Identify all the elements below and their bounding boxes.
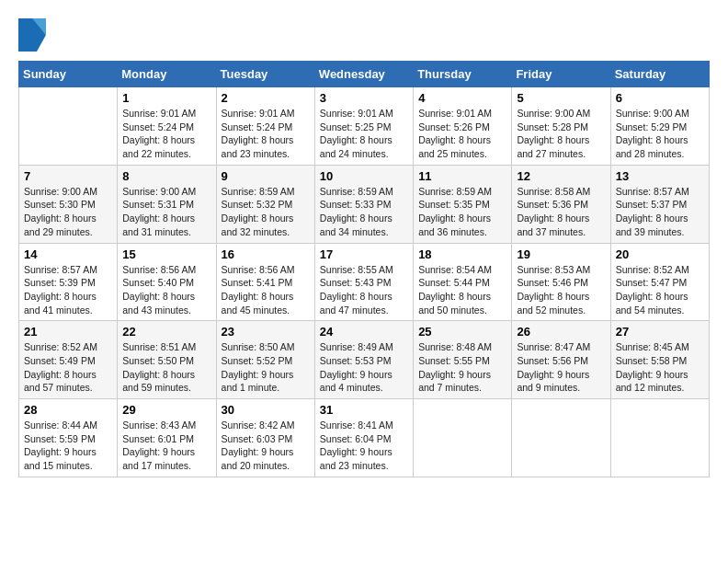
calendar-cell: 29Sunrise: 8:43 AMSunset: 6:01 PMDayligh… (118, 399, 216, 477)
calendar-cell: 21Sunrise: 8:52 AMSunset: 5:49 PMDayligh… (19, 321, 118, 399)
calendar-cell: 24Sunrise: 8:49 AMSunset: 5:53 PMDayligh… (314, 321, 413, 399)
day-number: 20 (616, 247, 704, 261)
day-number: 28 (24, 403, 112, 417)
header-cell-monday: Monday (118, 62, 216, 87)
calendar-cell (610, 399, 709, 477)
day-info: Sunrise: 8:45 AMSunset: 5:58 PMDaylight:… (616, 340, 704, 395)
calendar-cell (512, 399, 610, 477)
day-number: 15 (122, 247, 210, 261)
day-info: Sunrise: 8:56 AMSunset: 5:40 PMDaylight:… (122, 263, 210, 317)
calendar-cell: 19Sunrise: 8:53 AMSunset: 5:46 PMDayligh… (512, 243, 610, 321)
day-info: Sunrise: 9:00 AMSunset: 5:30 PMDaylight:… (24, 185, 112, 239)
day-info: Sunrise: 8:42 AMSunset: 6:03 PMDaylight:… (222, 419, 310, 473)
header-cell-sunday: Sunday (19, 62, 118, 87)
day-info: Sunrise: 9:00 AMSunset: 5:31 PMDaylight:… (122, 185, 210, 239)
calendar-cell: 4Sunrise: 9:01 AMSunset: 5:26 PMDaylight… (414, 87, 512, 166)
calendar-cell (414, 399, 512, 477)
day-number: 21 (24, 325, 112, 339)
day-number: 6 (616, 91, 704, 105)
calendar-row: 28Sunrise: 8:44 AMSunset: 5:59 PMDayligh… (19, 399, 710, 477)
calendar-cell: 3Sunrise: 9:01 AMSunset: 5:25 PMDaylight… (314, 87, 413, 166)
day-info: Sunrise: 8:55 AMSunset: 5:43 PMDaylight:… (320, 263, 408, 317)
day-number: 3 (320, 91, 408, 105)
day-number: 8 (122, 169, 210, 183)
day-number: 13 (616, 169, 704, 183)
day-info: Sunrise: 9:01 AMSunset: 5:24 PMDaylight:… (222, 107, 310, 161)
day-number: 26 (517, 325, 605, 339)
day-info: Sunrise: 9:01 AMSunset: 5:25 PMDaylight:… (320, 107, 408, 161)
day-info: Sunrise: 8:54 AMSunset: 5:44 PMDaylight:… (418, 263, 506, 317)
calendar-cell: 2Sunrise: 9:01 AMSunset: 5:24 PMDaylight… (216, 87, 314, 166)
day-info: Sunrise: 8:59 AMSunset: 5:35 PMDaylight:… (418, 185, 506, 239)
day-info: Sunrise: 8:52 AMSunset: 5:47 PMDaylight:… (616, 263, 704, 317)
calendar-cell: 28Sunrise: 8:44 AMSunset: 5:59 PMDayligh… (19, 399, 118, 477)
day-number: 16 (222, 247, 310, 261)
calendar-cell: 9Sunrise: 8:59 AMSunset: 5:32 PMDaylight… (216, 165, 314, 243)
day-info: Sunrise: 8:47 AMSunset: 5:56 PMDaylight:… (517, 340, 605, 395)
day-info: Sunrise: 8:43 AMSunset: 6:01 PMDaylight:… (122, 419, 210, 473)
calendar-cell: 8Sunrise: 9:00 AMSunset: 5:31 PMDaylight… (118, 165, 216, 243)
day-number: 31 (320, 403, 408, 417)
calendar-cell: 14Sunrise: 8:57 AMSunset: 5:39 PMDayligh… (19, 243, 118, 321)
calendar-cell: 5Sunrise: 9:00 AMSunset: 5:28 PMDaylight… (512, 87, 610, 166)
page-header (18, 18, 710, 52)
calendar-row: 1Sunrise: 9:01 AMSunset: 5:24 PMDaylight… (19, 87, 710, 166)
calendar-cell: 10Sunrise: 8:59 AMSunset: 5:33 PMDayligh… (314, 165, 413, 243)
calendar-cell: 12Sunrise: 8:58 AMSunset: 5:36 PMDayligh… (512, 165, 610, 243)
day-number: 9 (222, 169, 310, 183)
day-number: 27 (616, 325, 704, 339)
day-number: 11 (418, 169, 506, 183)
day-number: 30 (222, 403, 310, 417)
day-number: 4 (418, 91, 506, 105)
day-number: 7 (24, 169, 112, 183)
calendar-cell: 26Sunrise: 8:47 AMSunset: 5:56 PMDayligh… (512, 321, 610, 399)
day-info: Sunrise: 8:56 AMSunset: 5:41 PMDaylight:… (222, 263, 310, 317)
day-info: Sunrise: 8:57 AMSunset: 5:39 PMDaylight:… (24, 263, 112, 317)
calendar-cell: 18Sunrise: 8:54 AMSunset: 5:44 PMDayligh… (414, 243, 512, 321)
day-number: 5 (517, 91, 605, 105)
logo (18, 18, 50, 52)
calendar-cell: 6Sunrise: 9:00 AMSunset: 5:29 PMDaylight… (610, 87, 709, 166)
day-number: 10 (320, 169, 408, 183)
day-info: Sunrise: 9:01 AMSunset: 5:24 PMDaylight:… (122, 107, 210, 161)
calendar-body: 1Sunrise: 9:01 AMSunset: 5:24 PMDaylight… (19, 87, 710, 477)
calendar-cell: 16Sunrise: 8:56 AMSunset: 5:41 PMDayligh… (216, 243, 314, 321)
day-number: 25 (418, 325, 506, 339)
calendar-header: SundayMondayTuesdayWednesdayThursdayFrid… (19, 62, 710, 87)
calendar-cell: 15Sunrise: 8:56 AMSunset: 5:40 PMDayligh… (118, 243, 216, 321)
day-info: Sunrise: 8:48 AMSunset: 5:55 PMDaylight:… (418, 340, 506, 395)
day-number: 14 (24, 247, 112, 261)
day-info: Sunrise: 8:41 AMSunset: 6:04 PMDaylight:… (320, 419, 408, 473)
day-info: Sunrise: 9:01 AMSunset: 5:26 PMDaylight:… (418, 107, 506, 161)
calendar-cell (19, 87, 118, 166)
day-number: 2 (222, 91, 310, 105)
calendar-row: 14Sunrise: 8:57 AMSunset: 5:39 PMDayligh… (19, 243, 710, 321)
calendar-cell: 31Sunrise: 8:41 AMSunset: 6:04 PMDayligh… (314, 399, 413, 477)
day-number: 17 (320, 247, 408, 261)
calendar-cell: 7Sunrise: 9:00 AMSunset: 5:30 PMDaylight… (19, 165, 118, 243)
day-info: Sunrise: 8:52 AMSunset: 5:49 PMDaylight:… (24, 340, 112, 395)
day-info: Sunrise: 8:57 AMSunset: 5:37 PMDaylight:… (616, 185, 704, 239)
calendar-cell: 13Sunrise: 8:57 AMSunset: 5:37 PMDayligh… (610, 165, 709, 243)
logo-icon (18, 18, 46, 52)
day-number: 18 (418, 247, 506, 261)
calendar-cell: 25Sunrise: 8:48 AMSunset: 5:55 PMDayligh… (414, 321, 512, 399)
calendar-cell: 17Sunrise: 8:55 AMSunset: 5:43 PMDayligh… (314, 243, 413, 321)
calendar-cell: 23Sunrise: 8:50 AMSunset: 5:52 PMDayligh… (216, 321, 314, 399)
day-info: Sunrise: 8:58 AMSunset: 5:36 PMDaylight:… (517, 185, 605, 239)
day-number: 12 (517, 169, 605, 183)
day-number: 19 (517, 247, 605, 261)
calendar-cell: 30Sunrise: 8:42 AMSunset: 6:03 PMDayligh… (216, 399, 314, 477)
calendar-row: 7Sunrise: 9:00 AMSunset: 5:30 PMDaylight… (19, 165, 710, 243)
day-info: Sunrise: 8:59 AMSunset: 5:32 PMDaylight:… (222, 185, 310, 239)
day-info: Sunrise: 9:00 AMSunset: 5:29 PMDaylight:… (616, 107, 704, 161)
header-row: SundayMondayTuesdayWednesdayThursdayFrid… (19, 62, 710, 87)
header-cell-thursday: Thursday (414, 62, 512, 87)
day-info: Sunrise: 9:00 AMSunset: 5:28 PMDaylight:… (517, 107, 605, 161)
day-info: Sunrise: 8:50 AMSunset: 5:52 PMDaylight:… (222, 340, 310, 395)
day-info: Sunrise: 8:49 AMSunset: 5:53 PMDaylight:… (320, 340, 408, 395)
day-info: Sunrise: 8:44 AMSunset: 5:59 PMDaylight:… (24, 419, 112, 473)
calendar-cell: 1Sunrise: 9:01 AMSunset: 5:24 PMDaylight… (118, 87, 216, 166)
header-cell-wednesday: Wednesday (314, 62, 413, 87)
header-cell-saturday: Saturday (610, 62, 709, 87)
